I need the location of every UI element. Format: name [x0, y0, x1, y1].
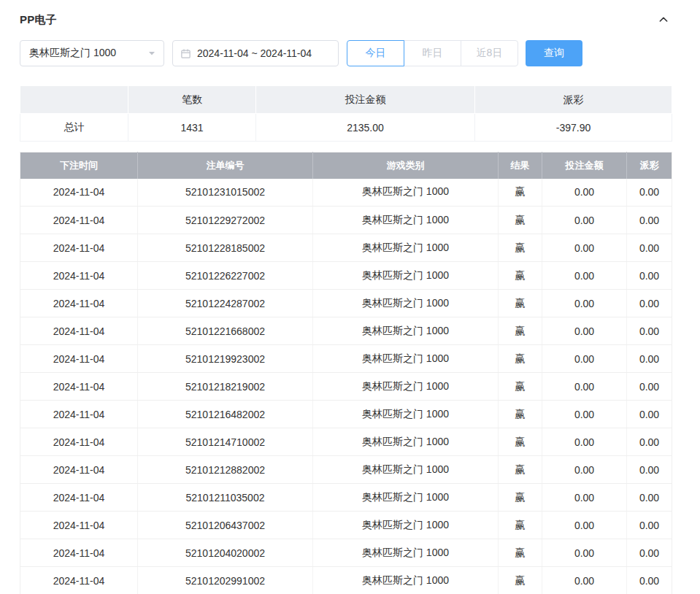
cell-bet-amount: 0.00	[542, 345, 627, 373]
cell-result: 赢	[499, 234, 542, 262]
cell-order-id: 52101212882002	[138, 456, 313, 484]
bets-header-game-type: 游戏类别	[313, 153, 499, 179]
cell-payout: 0.00	[627, 428, 672, 456]
chevron-down-icon	[147, 49, 156, 58]
cell-bet-time: 2024-11-04	[20, 428, 138, 456]
calendar-icon	[180, 48, 191, 59]
summary-header-bet-amount: 投注金额	[256, 86, 475, 114]
cell-order-id: 52101231015002	[138, 179, 313, 207]
summary-header-blank	[20, 86, 128, 114]
bets-header-bet-amount: 投注金额	[542, 153, 627, 179]
cell-game-type: 奥林匹斯之门 1000	[313, 345, 499, 373]
bets-header-bet-time: 下注时间	[20, 153, 138, 179]
cell-game-type: 奥林匹斯之门 1000	[313, 373, 499, 401]
filter-row: 奥林匹斯之门 1000 2024-11-04 ~ 2024-11-04 今日 昨…	[20, 40, 680, 66]
table-row: 2024-11-04 52101202991002 奥林匹斯之门 1000 赢 …	[20, 567, 672, 594]
summary-bet-amount-value: 2135.00	[256, 114, 475, 142]
table-row: 2024-11-04 52101212882002 奥林匹斯之门 1000 赢 …	[20, 456, 672, 484]
cell-game-type: 奥林匹斯之门 1000	[313, 262, 499, 290]
cell-result: 赢	[499, 179, 542, 207]
table-row: 2024-11-04 52101219923002 奥林匹斯之门 1000 赢 …	[20, 345, 672, 373]
cell-game-type: 奥林匹斯之门 1000	[313, 317, 499, 345]
summary-total-row: 总计 1431 2135.00 -397.90	[20, 114, 672, 142]
table-row: 2024-11-04 52101206437002 奥林匹斯之门 1000 赢 …	[20, 512, 672, 539]
yesterday-button[interactable]: 昨日	[404, 40, 461, 66]
cell-result: 赢	[499, 484, 542, 512]
cell-result: 赢	[499, 401, 542, 428]
bets-header-order-id: 注单编号	[138, 153, 313, 179]
cell-result: 赢	[499, 290, 542, 317]
cell-order-id: 52101229272002	[138, 207, 313, 234]
cell-game-type: 奥林匹斯之门 1000	[313, 567, 499, 594]
panel-header: PP电子	[20, 9, 672, 31]
cell-order-id: 52101221668002	[138, 317, 313, 345]
cell-bet-time: 2024-11-04	[20, 401, 138, 428]
cell-order-id: 52101202991002	[138, 567, 313, 594]
cell-bet-time: 2024-11-04	[20, 373, 138, 401]
cell-result: 赢	[499, 428, 542, 456]
summary-header-payout: 派彩	[475, 86, 672, 114]
table-row: 2024-11-04 52101229272002 奥林匹斯之门 1000 赢 …	[20, 207, 672, 234]
cell-game-type: 奥林匹斯之门 1000	[313, 179, 499, 207]
summary-payout-value: -397.90	[475, 114, 672, 142]
cell-bet-time: 2024-11-04	[20, 567, 138, 594]
cell-game-type: 奥林匹斯之门 1000	[313, 234, 499, 262]
cell-bet-time: 2024-11-04	[20, 539, 138, 567]
summary-header-row: 笔数 投注金额 派彩	[20, 86, 672, 114]
date-range-input[interactable]: 2024-11-04 ~ 2024-11-04	[172, 40, 339, 66]
cell-result: 赢	[499, 207, 542, 234]
quick-date-button-group: 今日 昨日 近8日	[347, 40, 518, 66]
cell-bet-time: 2024-11-04	[20, 484, 138, 512]
cell-payout: 0.00	[627, 317, 672, 345]
search-button[interactable]: 查询	[526, 40, 582, 66]
cell-order-id: 52101204020002	[138, 539, 313, 567]
table-row: 2024-11-04 52101226227002 奥林匹斯之门 1000 赢 …	[20, 262, 672, 290]
cell-result: 赢	[499, 567, 542, 594]
panel-title: PP电子	[20, 13, 57, 27]
cell-bet-time: 2024-11-04	[20, 262, 138, 290]
bets-header-payout: 派彩	[627, 153, 672, 179]
cell-game-type: 奥林匹斯之门 1000	[313, 428, 499, 456]
cell-bet-amount: 0.00	[542, 207, 627, 234]
cell-bet-amount: 0.00	[542, 262, 627, 290]
cell-payout: 0.00	[627, 512, 672, 539]
cell-bet-amount: 0.00	[542, 317, 627, 345]
summary-table: 笔数 投注金额 派彩 总计 1431 2135.00 -397.90	[20, 85, 672, 142]
cell-payout: 0.00	[627, 401, 672, 428]
cell-bet-time: 2024-11-04	[20, 179, 138, 207]
collapse-chevron-up-icon[interactable]	[655, 12, 672, 28]
date-range-value: 2024-11-04 ~ 2024-11-04	[197, 47, 312, 59]
table-row: 2024-11-04 52101216482002 奥林匹斯之门 1000 赢 …	[20, 401, 672, 428]
summary-count-value: 1431	[128, 114, 256, 142]
cell-bet-amount: 0.00	[542, 290, 627, 317]
game-select-value: 奥林匹斯之门 1000	[29, 47, 116, 60]
cell-payout: 0.00	[627, 539, 672, 567]
today-button[interactable]: 今日	[347, 40, 404, 66]
cell-payout: 0.00	[627, 234, 672, 262]
cell-bet-amount: 0.00	[542, 234, 627, 262]
cell-payout: 0.00	[627, 179, 672, 207]
cell-payout: 0.00	[627, 290, 672, 317]
cell-order-id: 52101216482002	[138, 401, 313, 428]
cell-payout: 0.00	[627, 345, 672, 373]
cell-payout: 0.00	[627, 262, 672, 290]
summary-header-count: 笔数	[128, 86, 256, 114]
table-row: 2024-11-04 52101218219002 奥林匹斯之门 1000 赢 …	[20, 373, 672, 401]
cell-game-type: 奥林匹斯之门 1000	[313, 401, 499, 428]
bets-header-result: 结果	[499, 153, 542, 179]
table-row: 2024-11-04 52101221668002 奥林匹斯之门 1000 赢 …	[20, 317, 672, 345]
cell-bet-amount: 0.00	[542, 512, 627, 539]
game-select[interactable]: 奥林匹斯之门 1000	[20, 40, 164, 66]
cell-bet-amount: 0.00	[542, 456, 627, 484]
cell-game-type: 奥林匹斯之门 1000	[313, 456, 499, 484]
cell-order-id: 52101226227002	[138, 262, 313, 290]
last-8-days-button[interactable]: 近8日	[461, 40, 518, 66]
cell-bet-amount: 0.00	[542, 401, 627, 428]
table-row: 2024-11-04 52101228185002 奥林匹斯之门 1000 赢 …	[20, 234, 672, 262]
cell-game-type: 奥林匹斯之门 1000	[313, 207, 499, 234]
cell-result: 赢	[499, 262, 542, 290]
cell-game-type: 奥林匹斯之门 1000	[313, 539, 499, 567]
cell-order-id: 52101228185002	[138, 234, 313, 262]
cell-payout: 0.00	[627, 484, 672, 512]
pp-electronic-panel: PP电子 奥林匹斯之门 1000	[0, 0, 680, 594]
